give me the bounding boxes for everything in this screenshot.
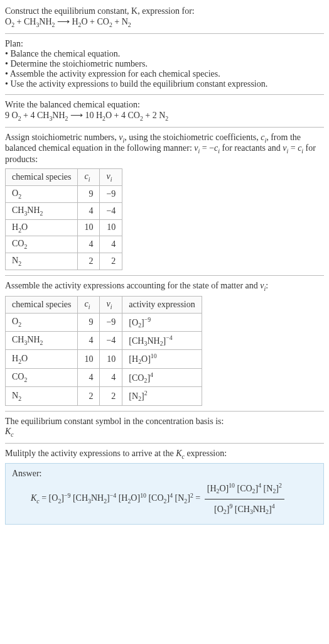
vi-cell: −4: [100, 202, 122, 219]
multiply-text: Mulitply the activity expressions to arr…: [5, 449, 324, 460]
vi-cell: 10: [100, 350, 122, 368]
balanced-equation: 9 O2 + 4 CH3NH2 ⟶ 10 H2O + 4 CO2 + 2 N2: [5, 111, 168, 120]
balanced-section: Write the balanced chemical equation: 9 …: [5, 100, 324, 122]
ci-cell: 4: [78, 236, 100, 253]
ci-cell: 2: [78, 253, 100, 270]
col-ci: ci: [78, 296, 100, 313]
divider: [5, 127, 324, 128]
assign-text: Assign stoichiometric numbers, νi, using…: [5, 133, 324, 165]
plan: Plan: • Balance the chemical equation. •…: [5, 39, 324, 89]
divider: [5, 411, 324, 412]
ci-cell: 9: [78, 313, 100, 331]
plan-bullet-4: • Use the activity expressions to build …: [5, 79, 267, 89]
ci-cell: 10: [78, 219, 100, 236]
species-cell: N2: [6, 387, 78, 405]
activity-cell: [CH3NH2]−4: [122, 332, 202, 350]
col-activity: activity expression: [122, 296, 202, 313]
kc-fraction: [H2O]10 [CO2]4 [N2]2 [O2]9 [CH3NH2]4: [205, 479, 284, 519]
balanced-title: Write the balanced chemical equation:: [5, 100, 140, 109]
ci-cell: 4: [78, 332, 100, 350]
species-cell: H2O: [6, 350, 78, 368]
table-row: CO2 4 4 [CO2]4: [6, 368, 202, 386]
table-row: CH3NH2 4 −4: [6, 202, 122, 219]
species-cell: CH3NH2: [6, 202, 78, 219]
activity-cell: [N2]2: [122, 387, 202, 405]
ci-cell: 2: [78, 387, 100, 405]
species-cell: CO2: [6, 236, 78, 253]
table-row: N2 2 2: [6, 253, 122, 270]
table-row: N2 2 2 [N2]2: [6, 387, 202, 405]
activity-cell: [H2O]10: [122, 350, 202, 368]
kc-symbol: Kc: [5, 427, 14, 436]
col-ci: ci: [78, 169, 100, 186]
species-cell: CO2: [6, 368, 78, 386]
table-row: H2O 10 10: [6, 219, 122, 236]
assemble-text: Assemble the activity expressions accoun…: [5, 281, 324, 292]
plan-bullet-3: • Assemble the activity expression for e…: [5, 69, 220, 79]
vi-cell: 10: [100, 219, 122, 236]
species-cell: N2: [6, 253, 78, 270]
vi-cell: −9: [100, 313, 122, 331]
vi-cell: 4: [100, 236, 122, 253]
vi-cell: −4: [100, 332, 122, 350]
kc-expression: Kc = [O2]−9 [CH3NH2]−4 [H2O]10 [CO2]4 [N…: [12, 479, 317, 519]
plan-bullet-1: • Balance the chemical equation.: [5, 49, 120, 58]
table-row: O2 9 −9 [O2]−9: [6, 313, 202, 331]
kc-symbol-text: The equilibrium constant symbol in the c…: [5, 417, 324, 438]
answer-label: Answer:: [12, 469, 317, 479]
activity-cell: [O2]−9: [122, 313, 202, 331]
col-species: chemical species: [6, 296, 78, 313]
table-header-row: chemical species ci νi activity expressi…: [6, 296, 202, 313]
col-vi: νi: [100, 169, 122, 186]
vi-cell: 2: [100, 253, 122, 270]
table-header-row: chemical species ci νi: [6, 169, 122, 186]
ci-cell: 9: [78, 185, 100, 202]
divider: [5, 275, 324, 276]
species-cell: H2O: [6, 219, 78, 236]
prompt-line1: Construct the equilibrium constant, K, e…: [5, 6, 195, 16]
vi-cell: 2: [100, 387, 122, 405]
divider: [5, 94, 324, 95]
species-cell: O2: [6, 313, 78, 331]
plan-bullet-2: • Determine the stoichiometric numbers.: [5, 59, 148, 68]
vi-cell: −9: [100, 185, 122, 202]
ci-cell: 4: [78, 368, 100, 386]
stoich-table: chemical species ci νi O2 9 −9 CH3NH2 4 …: [5, 168, 122, 270]
species-cell: O2: [6, 185, 78, 202]
divider: [5, 33, 324, 34]
unbalanced-equation: O2 + CH3NH2 ⟶ H2O + CO2 + N2: [5, 17, 131, 26]
table-row: O2 9 −9: [6, 185, 122, 202]
activity-table: chemical species ci νi activity expressi…: [5, 296, 202, 406]
activity-cell: [CO2]4: [122, 368, 202, 386]
table-row: H2O 10 10 [H2O]10: [6, 350, 202, 368]
col-species: chemical species: [6, 169, 78, 186]
prompt: Construct the equilibrium constant, K, e…: [5, 6, 324, 28]
species-cell: CH3NH2: [6, 332, 78, 350]
ci-cell: 4: [78, 202, 100, 219]
vi-cell: 4: [100, 368, 122, 386]
kc-numerator: [H2O]10 [CO2]4 [N2]2: [205, 479, 284, 499]
ci-cell: 10: [78, 350, 100, 368]
table-row: CO2 4 4: [6, 236, 122, 253]
plan-title: Plan:: [5, 39, 23, 48]
table-row: CH3NH2 4 −4 [CH3NH2]−4: [6, 332, 202, 350]
kc-denominator: [O2]9 [CH3NH2]4: [205, 499, 284, 519]
answer-box: Answer: Kc = [O2]−9 [CH3NH2]−4 [H2O]10 […: [5, 463, 324, 525]
divider: [5, 443, 324, 444]
col-vi: νi: [100, 296, 122, 313]
